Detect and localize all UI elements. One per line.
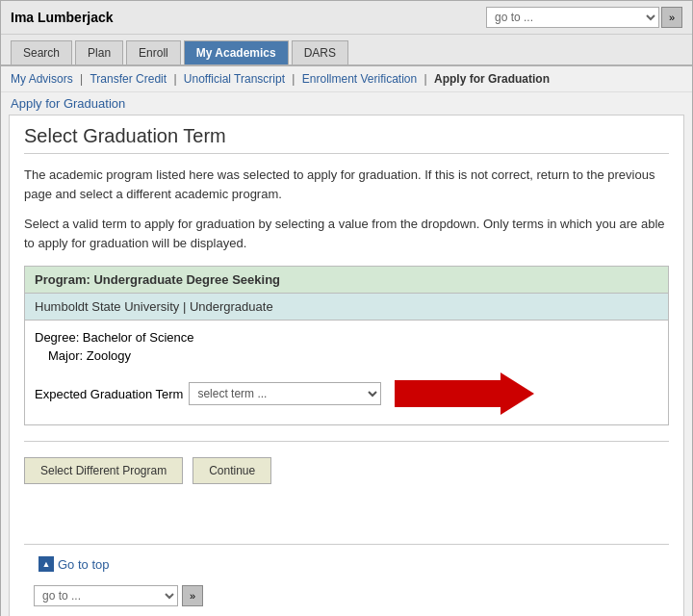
go-to-top-link[interactable]: ▲ Go to top <box>38 556 109 572</box>
breadcrumb-sep2: | <box>173 72 179 86</box>
header: Ima Lumberjack go to ... » <box>1 1 692 35</box>
continue-button[interactable]: Continue <box>192 457 271 484</box>
breadcrumb-sep1: | <box>80 72 86 86</box>
institution-header: Humboldt State University | Undergraduat… <box>25 294 669 321</box>
go-to-top: ▲ Go to top <box>24 551 669 578</box>
breadcrumb: My Advisors | Transfer Credit | Unoffici… <box>1 66 692 92</box>
breadcrumb-my-advisors[interactable]: My Advisors <box>11 72 73 86</box>
nav-tabs: Search Plan Enroll My Academics DARS <box>1 35 692 66</box>
breadcrumb-transfer-credit[interactable]: Transfer Credit <box>90 72 167 86</box>
page-title: Select Graduation Term <box>24 125 669 154</box>
divider-1 <box>24 441 669 442</box>
term-row: Expected Graduation Term select term ... <box>35 372 658 415</box>
top-icon: ▲ <box>38 556 54 572</box>
tab-enroll[interactable]: Enroll <box>126 40 181 64</box>
program-header: Program: Undergraduate Degree Seeking <box>25 267 669 294</box>
bottom-goto-select[interactable]: go to ... <box>34 585 178 606</box>
term-label: Expected Graduation Term <box>35 387 183 401</box>
arrow-head <box>500 372 534 415</box>
tab-dars[interactable]: DARS <box>292 40 348 64</box>
main-content: Select Graduation Term The academic prog… <box>9 115 684 616</box>
degree-row: Degree: Bachelor of Science <box>35 330 658 345</box>
header-goto-button[interactable]: » <box>661 7 682 28</box>
header-goto: go to ... » <box>486 7 682 28</box>
breadcrumb-current: Apply for Graduation <box>434 72 550 86</box>
go-to-top-label: Go to top <box>58 557 109 572</box>
term-select[interactable]: select term ... <box>189 382 381 405</box>
bottom-goto: go to ... » <box>24 578 669 614</box>
breadcrumb-enrollment-verification[interactable]: Enrollment Verification <box>302 72 417 86</box>
section-header: Apply for Graduation <box>1 92 692 115</box>
header-goto-select[interactable]: go to ... <box>486 7 659 28</box>
program-details: Degree: Bachelor of Science Major: Zoolo… <box>25 321 669 425</box>
breadcrumb-unofficial-transcript[interactable]: Unofficial Transcript <box>184 72 285 86</box>
breadcrumb-sep3: | <box>292 72 297 86</box>
red-arrow <box>395 372 534 415</box>
program-table: Program: Undergraduate Degree Seeking Hu… <box>24 266 669 425</box>
spacer <box>24 500 669 538</box>
username: Ima Lumberjack <box>11 10 114 25</box>
info-text: Select a valid term to apply for graduat… <box>24 215 669 252</box>
tab-search[interactable]: Search <box>11 40 72 64</box>
select-different-button[interactable]: Select Different Program <box>24 457 183 484</box>
tab-my-academics[interactable]: My Academics <box>184 40 289 64</box>
breadcrumb-sep4: | <box>424 72 430 86</box>
footer-divider <box>24 544 669 545</box>
arrow-body <box>395 380 500 407</box>
major-row: Major: Zoology <box>35 348 658 363</box>
intro-text: The academic program listed here was sel… <box>24 166 669 203</box>
bottom-goto-button[interactable]: » <box>182 585 203 606</box>
action-buttons: Select Different Program Continue <box>24 457 669 484</box>
tab-plan[interactable]: Plan <box>75 40 123 64</box>
